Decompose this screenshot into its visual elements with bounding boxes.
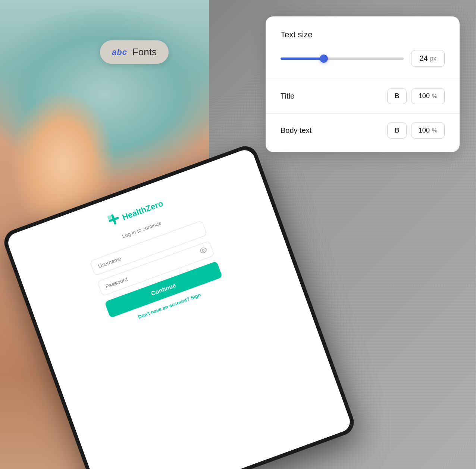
title-bold-button[interactable]: B xyxy=(387,88,407,104)
abc-icon: abc xyxy=(112,47,127,57)
slider-value-box: 24 px xyxy=(411,50,445,67)
body-text-label: Body text xyxy=(281,126,387,135)
body-text-bold-button[interactable]: B xyxy=(387,122,407,139)
title-controls: B 100 % xyxy=(387,88,445,104)
slider-thumb[interactable] xyxy=(320,55,328,63)
body-text-controls: B 100 % xyxy=(387,122,445,139)
panel-title: Text size xyxy=(281,30,445,40)
title-percent-box: 100 % xyxy=(411,88,445,104)
slider-fill xyxy=(281,58,324,60)
body-text-font-row: Body text B 100 % xyxy=(281,122,445,139)
title-percent-value: 100 xyxy=(419,92,430,100)
slider-value: 24 xyxy=(419,54,428,63)
body-text-percent-value: 100 xyxy=(419,127,430,134)
title-percent-unit: % xyxy=(432,93,437,100)
svg-point-3 xyxy=(202,249,204,251)
health-icon xyxy=(106,212,122,230)
fonts-label: Fonts xyxy=(132,46,157,58)
title-font-row: Title B 100 % xyxy=(281,88,445,104)
title-label: Title xyxy=(281,92,387,100)
text-size-panel: Text size 24 px Title B 100 % Body text … xyxy=(266,16,460,152)
svg-rect-2 xyxy=(107,215,112,220)
divider-2 xyxy=(266,113,460,114)
slider-track[interactable] xyxy=(281,58,404,60)
body-text-percent-unit: % xyxy=(432,127,437,134)
fonts-pill[interactable]: abc Fonts xyxy=(100,40,169,64)
divider-1 xyxy=(266,79,460,79)
text-size-slider-row: 24 px xyxy=(281,50,445,67)
slider-unit: px xyxy=(430,55,436,62)
body-text-percent-box: 100 % xyxy=(411,122,445,139)
app-name: HealthZero xyxy=(121,198,165,222)
